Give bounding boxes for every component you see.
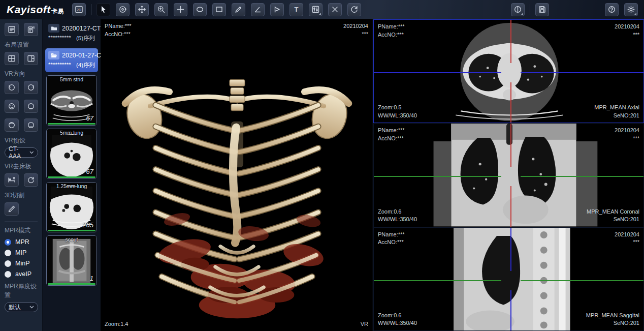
mpr-viewports-column: PName:*** AccNO:*** 20210204 *** Zoom:0.… [373, 19, 644, 331]
save-button[interactable] [535, 3, 549, 16]
patient-name-masked: PName:*** [378, 231, 405, 239]
orbit-rotate-tool-button[interactable] [116, 3, 130, 16]
series-thumbnail-5mm-lung[interactable]: 5mm lung 67 [46, 129, 97, 179]
mpr-axial-viewport[interactable]: PName:*** AccNO:*** 20210204 *** Zoom:0.… [373, 19, 644, 123]
series-thumbnail-scout[interactable]: scout 1 [46, 235, 97, 286]
study-header-2-selected[interactable]: 2020-01-27-CT ********** (4)序列 [45, 48, 98, 72]
vr-overlay-top-right: 20210204 *** [343, 22, 368, 38]
rect-roi-button[interactable] [212, 3, 226, 16]
radio-icon [5, 260, 11, 267]
ellipse-roi-button[interactable] [193, 3, 207, 16]
mpr-mode-radio-mpr[interactable]: MPR [5, 238, 38, 246]
help-button[interactable] [605, 3, 619, 16]
study-patient-masked: ********** [48, 35, 71, 42]
crosshair-locator-button[interactable] [174, 3, 187, 16]
sagittal-crosshair-vertical-top[interactable] [510, 228, 511, 271]
series-list-icon [8, 25, 16, 34]
axial-crosshair-vertical-top[interactable] [510, 20, 511, 63]
axial-crosshair-vertical-bottom[interactable] [510, 82, 511, 123]
toolbar-group-mode: 2D [72, 3, 86, 16]
main-content: 布局设置 VR方向 [0, 19, 644, 331]
vr-head-left-button[interactable] [5, 81, 19, 94]
pencil-icon [234, 5, 243, 14]
zoom-in-tool-button[interactable] [154, 3, 168, 16]
sagittal-crosshair-vertical-bottom[interactable] [510, 290, 511, 330]
mpr-thickness-dropdown[interactable]: 默认 [5, 302, 38, 312]
series-list-button[interactable] [5, 23, 19, 36]
axial-crosshair-horizontal-right[interactable] [521, 72, 643, 73]
mpr-mode-radio-minp[interactable]: MinP [5, 260, 38, 267]
study-date: 20210204 [343, 22, 368, 31]
pencil-measure-button[interactable] [232, 3, 245, 16]
sagittal-crosshair-horizontal-left[interactable] [374, 280, 501, 281]
2d-image-mode-button[interactable]: 2D [72, 3, 86, 16]
scalpel-button[interactable] [5, 202, 19, 216]
series-thumbnail-5mm-stnd[interactable]: 5mm stnd 67 [46, 75, 97, 126]
mpr-mode-radio-aveip[interactable]: aveIP [5, 270, 38, 278]
folder-open-icon [48, 51, 59, 59]
coronal-crosshair-horizontal-left[interactable] [374, 176, 501, 177]
zoom-in-icon [157, 5, 166, 14]
patient-name-masked: PName:*** [378, 23, 405, 31]
radio-selected-icon [5, 239, 11, 246]
study-date: 20210204 [615, 127, 639, 135]
remove-bed-button[interactable] [5, 173, 19, 187]
vr-head-back-button[interactable] [24, 100, 38, 113]
series-label: MPR_MEAN Saggital [586, 312, 639, 320]
split-layout-button[interactable] [24, 52, 38, 65]
series-thumbnail-125mm-lung[interactable]: 1.25mm lung 265 [46, 182, 97, 232]
masked-value: *** [343, 31, 368, 39]
help-icon [607, 5, 616, 14]
reset-bed-button[interactable] [24, 173, 38, 187]
masked-value: *** [615, 31, 639, 39]
study-date: 20210204 [615, 23, 639, 31]
pan-tool-button[interactable] [135, 3, 149, 16]
chevron-down-icon [29, 151, 34, 154]
coronal-crosshair-vertical-top[interactable] [510, 124, 511, 167]
zoom-factor: Zoom:0.6 [378, 208, 417, 216]
mpr-overlay-top-right: 20210204 *** [615, 231, 639, 247]
mpr-mode-radio-mip[interactable]: MIP [5, 249, 38, 256]
reset-view-button[interactable] [347, 3, 361, 16]
coronal-crosshair-horizontal-right[interactable] [521, 176, 643, 177]
mpr-mode-label: MPR模式 [5, 226, 38, 235]
mpr-thickness-label: MPR厚度设置 [5, 282, 38, 299]
cobb-angle-button[interactable] [270, 3, 284, 16]
top-toolbar: Kayisoft卡易 2D [0, 0, 644, 19]
vr-preset-dropdown[interactable]: CT-AAA [5, 147, 38, 158]
axial-crosshair-horizontal-left[interactable] [374, 72, 501, 73]
text-tool-icon: T [292, 5, 301, 14]
series-number: SeNO:201 [594, 112, 639, 120]
cobb-angle-icon [273, 5, 281, 14]
grid-layout-button[interactable] [5, 52, 19, 65]
study-title: 2020-01-27-CT [62, 52, 101, 59]
vr-head-front-button[interactable] [5, 100, 19, 113]
svg-text:T: T [294, 6, 298, 13]
study-header-1[interactable]: 20200127-CT ********** (5)序列 [45, 21, 98, 45]
text-annotate-button[interactable]: T [289, 3, 303, 16]
coronal-crosshair-vertical-bottom[interactable] [510, 186, 511, 226]
vr-viewport[interactable]: PName:*** AccNO:*** 20210204 *** Zoom:1.… [101, 19, 373, 331]
mpr-sagittal-viewport[interactable]: PName:*** AccNO:*** 20210204 *** Zoom:0.… [373, 227, 644, 331]
invert-contrast-button[interactable] [511, 3, 525, 16]
angle-measure-button[interactable] [251, 3, 265, 16]
head-left-icon [8, 83, 16, 92]
mpr-coronal-viewport[interactable]: PName:*** AccNO:*** 20210204 *** Zoom:0.… [373, 123, 644, 227]
mpr-overlay-top-right: 20210204 *** [615, 23, 639, 39]
head-bottom-icon [27, 121, 35, 129]
thumb-image-count: 265 [82, 221, 93, 229]
vr-overlay-bottom-right: VR [361, 320, 368, 328]
mpr-overlay-top-left: PName:*** AccNO:*** [378, 127, 405, 142]
delete-annotation-button[interactable] [328, 3, 342, 16]
vr-head-bottom-button[interactable] [24, 118, 38, 132]
report-button[interactable] [24, 23, 38, 36]
window-level-button[interactable] [309, 3, 323, 16]
cursor-tool-button[interactable] [96, 3, 110, 16]
study-date: 20210204 [615, 231, 639, 239]
render-mode-label: VR [361, 320, 368, 328]
sagittal-crosshair-horizontal-right[interactable] [521, 280, 643, 281]
vr-head-right-button[interactable] [24, 81, 38, 94]
settings-button[interactable] [624, 3, 638, 16]
toolbar-group-save [535, 3, 549, 16]
vr-head-top-button[interactable] [5, 118, 19, 132]
